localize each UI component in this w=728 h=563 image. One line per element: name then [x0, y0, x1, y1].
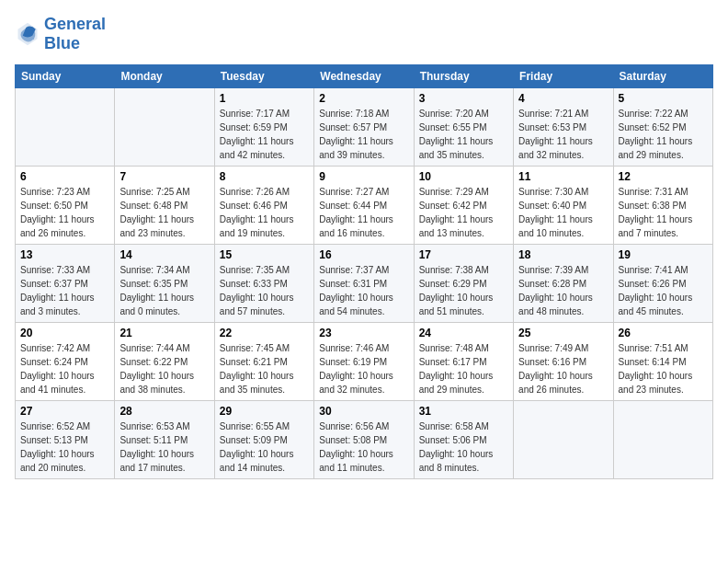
calendar-cell: 18 Sunrise: 7:39 AMSunset: 6:28 PMDaylig… — [514, 245, 613, 323]
calendar-cell: 15 Sunrise: 7:35 AMSunset: 6:33 PMDaylig… — [214, 245, 313, 323]
logo: General Blue — [15, 15, 106, 53]
day-number: 12 — [619, 170, 708, 183]
calendar-cell: 31 Sunrise: 6:58 AMSunset: 5:06 PMDaylig… — [414, 401, 513, 479]
day-number: 7 — [119, 170, 209, 183]
day-info: Sunrise: 7:23 AMSunset: 6:50 PMDaylight:… — [20, 185, 109, 240]
calendar-cell: 24 Sunrise: 7:48 AMSunset: 6:17 PMDaylig… — [414, 323, 513, 401]
calendar-cell: 6 Sunrise: 7:23 AMSunset: 6:50 PMDayligh… — [16, 167, 115, 245]
calendar-cell: 27 Sunrise: 6:52 AMSunset: 5:13 PMDaylig… — [16, 401, 115, 479]
day-info: Sunrise: 7:48 AMSunset: 6:17 PMDaylight:… — [419, 341, 508, 396]
day-info: Sunrise: 7:17 AMSunset: 6:59 PMDaylight:… — [220, 107, 309, 162]
day-info: Sunrise: 7:21 AMSunset: 6:53 PMDaylight:… — [518, 107, 608, 162]
weekday-header: Wednesday — [314, 65, 414, 88]
day-info: Sunrise: 7:46 AMSunset: 6:19 PMDaylight:… — [319, 341, 408, 396]
calendar-header: SundayMondayTuesdayWednesdayThursdayFrid… — [16, 65, 713, 88]
day-number: 2 — [319, 92, 408, 105]
calendar-cell: 13 Sunrise: 7:33 AMSunset: 6:37 PMDaylig… — [16, 245, 115, 323]
page-header: General Blue — [15, 15, 713, 53]
day-number: 30 — [319, 405, 408, 418]
calendar-cell: 19 Sunrise: 7:41 AMSunset: 6:26 PMDaylig… — [613, 245, 712, 323]
day-number: 13 — [20, 248, 109, 261]
day-info: Sunrise: 7:31 AMSunset: 6:38 PMDaylight:… — [619, 185, 708, 240]
calendar-cell: 23 Sunrise: 7:46 AMSunset: 6:19 PMDaylig… — [314, 323, 414, 401]
day-number: 4 — [518, 92, 608, 105]
weekday-header: Thursday — [414, 65, 513, 88]
calendar-cell — [514, 401, 613, 479]
calendar-cell: 22 Sunrise: 7:45 AMSunset: 6:21 PMDaylig… — [214, 323, 313, 401]
calendar-week-row: 13 Sunrise: 7:33 AMSunset: 6:37 PMDaylig… — [16, 245, 713, 323]
day-number: 6 — [20, 170, 109, 183]
day-info: Sunrise: 7:45 AMSunset: 6:21 PMDaylight:… — [220, 341, 309, 396]
day-number: 3 — [419, 92, 508, 105]
calendar-cell: 14 Sunrise: 7:34 AMSunset: 6:35 PMDaylig… — [115, 245, 214, 323]
day-info: Sunrise: 7:33 AMSunset: 6:37 PMDaylight:… — [20, 263, 109, 318]
day-info: Sunrise: 7:42 AMSunset: 6:24 PMDaylight:… — [20, 341, 109, 396]
calendar-cell: 26 Sunrise: 7:51 AMSunset: 6:14 PMDaylig… — [613, 323, 712, 401]
day-number: 17 — [419, 248, 508, 261]
day-number: 9 — [319, 170, 408, 183]
calendar-cell — [613, 401, 712, 479]
calendar-cell: 9 Sunrise: 7:27 AMSunset: 6:44 PMDayligh… — [314, 167, 414, 245]
day-info: Sunrise: 7:38 AMSunset: 6:29 PMDaylight:… — [419, 263, 508, 318]
day-info: Sunrise: 7:49 AMSunset: 6:16 PMDaylight:… — [518, 341, 608, 396]
calendar-cell: 12 Sunrise: 7:31 AMSunset: 6:38 PMDaylig… — [613, 167, 712, 245]
calendar-table: SundayMondayTuesdayWednesdayThursdayFrid… — [15, 64, 713, 479]
day-number: 27 — [20, 405, 109, 418]
day-number: 26 — [619, 327, 708, 339]
calendar-cell: 8 Sunrise: 7:26 AMSunset: 6:46 PMDayligh… — [214, 167, 313, 245]
calendar-week-row: 27 Sunrise: 6:52 AMSunset: 5:13 PMDaylig… — [16, 401, 713, 479]
day-info: Sunrise: 7:22 AMSunset: 6:52 PMDaylight:… — [619, 107, 708, 162]
calendar-cell: 28 Sunrise: 6:53 AMSunset: 5:11 PMDaylig… — [115, 401, 214, 479]
weekday-header: Tuesday — [214, 65, 313, 88]
calendar-cell — [115, 88, 214, 167]
day-number: 8 — [220, 170, 309, 183]
calendar-week-row: 6 Sunrise: 7:23 AMSunset: 6:50 PMDayligh… — [16, 167, 713, 245]
day-number: 21 — [119, 327, 209, 339]
day-number: 1 — [220, 92, 309, 105]
calendar-cell: 29 Sunrise: 6:55 AMSunset: 5:09 PMDaylig… — [214, 401, 313, 479]
weekday-header: Saturday — [613, 65, 712, 88]
day-info: Sunrise: 6:58 AMSunset: 5:06 PMDaylight:… — [419, 419, 508, 475]
calendar-cell: 5 Sunrise: 7:22 AMSunset: 6:52 PMDayligh… — [613, 88, 712, 167]
day-info: Sunrise: 7:27 AMSunset: 6:44 PMDaylight:… — [319, 185, 408, 240]
logo-icon — [15, 21, 40, 47]
day-info: Sunrise: 7:29 AMSunset: 6:42 PMDaylight:… — [419, 185, 508, 240]
day-number: 29 — [220, 405, 309, 418]
logo-text: General Blue — [44, 15, 106, 53]
day-number: 28 — [119, 405, 209, 418]
day-number: 11 — [518, 170, 608, 183]
calendar-cell: 11 Sunrise: 7:30 AMSunset: 6:40 PMDaylig… — [514, 167, 613, 245]
calendar-cell: 10 Sunrise: 7:29 AMSunset: 6:42 PMDaylig… — [414, 167, 513, 245]
day-number: 25 — [518, 327, 608, 339]
day-info: Sunrise: 6:53 AMSunset: 5:11 PMDaylight:… — [119, 419, 209, 475]
day-info: Sunrise: 7:20 AMSunset: 6:55 PMDaylight:… — [419, 107, 508, 162]
day-info: Sunrise: 7:37 AMSunset: 6:31 PMDaylight:… — [319, 263, 408, 318]
day-info: Sunrise: 7:51 AMSunset: 6:14 PMDaylight:… — [619, 341, 708, 396]
day-info: Sunrise: 7:39 AMSunset: 6:28 PMDaylight:… — [518, 263, 608, 318]
calendar-cell: 3 Sunrise: 7:20 AMSunset: 6:55 PMDayligh… — [414, 88, 513, 167]
calendar-week-row: 1 Sunrise: 7:17 AMSunset: 6:59 PMDayligh… — [16, 88, 713, 167]
calendar-cell: 21 Sunrise: 7:44 AMSunset: 6:22 PMDaylig… — [115, 323, 214, 401]
day-info: Sunrise: 7:34 AMSunset: 6:35 PMDaylight:… — [119, 263, 209, 318]
calendar-cell: 20 Sunrise: 7:42 AMSunset: 6:24 PMDaylig… — [16, 323, 115, 401]
day-info: Sunrise: 7:26 AMSunset: 6:46 PMDaylight:… — [220, 185, 309, 240]
day-info: Sunrise: 6:55 AMSunset: 5:09 PMDaylight:… — [220, 419, 309, 475]
calendar-cell: 2 Sunrise: 7:18 AMSunset: 6:57 PMDayligh… — [314, 88, 414, 167]
day-info: Sunrise: 7:30 AMSunset: 6:40 PMDaylight:… — [518, 185, 608, 240]
day-number: 5 — [619, 92, 708, 105]
weekday-header: Friday — [514, 65, 613, 88]
calendar-cell: 25 Sunrise: 7:49 AMSunset: 6:16 PMDaylig… — [514, 323, 613, 401]
day-number: 19 — [619, 248, 708, 261]
day-info: Sunrise: 7:25 AMSunset: 6:48 PMDaylight:… — [119, 185, 209, 240]
day-info: Sunrise: 7:41 AMSunset: 6:26 PMDaylight:… — [619, 263, 708, 318]
day-number: 18 — [518, 248, 608, 261]
day-info: Sunrise: 7:18 AMSunset: 6:57 PMDaylight:… — [319, 107, 408, 162]
day-number: 20 — [20, 327, 109, 339]
day-info: Sunrise: 6:52 AMSunset: 5:13 PMDaylight:… — [20, 419, 109, 475]
day-info: Sunrise: 7:44 AMSunset: 6:22 PMDaylight:… — [119, 341, 209, 396]
day-number: 31 — [419, 405, 508, 418]
calendar-week-row: 20 Sunrise: 7:42 AMSunset: 6:24 PMDaylig… — [16, 323, 713, 401]
calendar-cell — [16, 88, 115, 167]
day-number: 14 — [119, 248, 209, 261]
weekday-header: Sunday — [16, 65, 115, 88]
